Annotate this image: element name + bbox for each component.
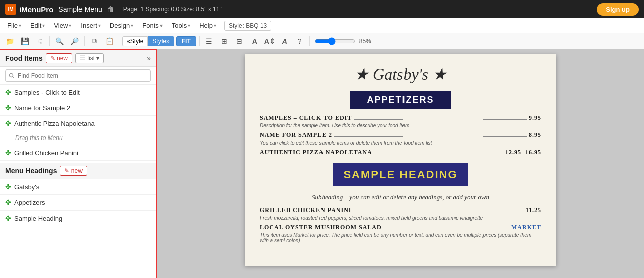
menu-headings-header: Menu Headings ✎ new [0, 163, 156, 179]
menu-item-name-salad: LOCAL OYSTER MUSHROOM SALAD Market [260, 224, 541, 231]
food-item-samples[interactable]: ✤ Samples - Click to Edit [0, 85, 156, 100]
toolbar: 📁 💾 🖨 🔍 🔎 ⧉ 📋 «Style Style» FIT ☰ ⊞ ⊟ A … [0, 33, 644, 49]
heading-icon-1: ✤ [5, 183, 11, 191]
style-tabs: «Style Style» [122, 36, 174, 46]
menu-row-sample2: NAME FOR SAMPLE 2 8.95 You can click to … [260, 131, 541, 146]
menu-file[interactable]: File ▾ [3, 20, 25, 31]
food-item-panini[interactable]: ✤ Grilled Chicken Panini [0, 145, 156, 161]
search-input[interactable] [5, 70, 151, 82]
open-folder-button[interactable]: 📁 [3, 35, 16, 48]
canvas-area: ★ Gatsby's ★ APPETIZERS SAMPLES – CLICK … [157, 49, 644, 278]
sample-heading: SAMPLE HEADING [333, 163, 467, 186]
dots-3 [374, 154, 503, 154]
food-item-label-2: Name for Sample 2 [14, 104, 70, 112]
search-bar [0, 67, 156, 85]
food-item-sample2[interactable]: ✤ Name for Sample 2 [0, 100, 156, 116]
menu-design[interactable]: Design ▾ [106, 20, 137, 31]
food-item-icon-4: ✤ [5, 149, 11, 157]
menu-edit[interactable]: Edit ▾ [26, 20, 49, 31]
menu-item-name-panini: GRILLED CHICKEN PANINI 11.25 [260, 206, 541, 214]
top-bar: iM iMenuPro Sample Menu 🗑 Page: 1 Spacin… [0, 0, 644, 18]
text-fit-button[interactable]: A⇕ [263, 35, 276, 48]
zoom-out-button[interactable]: 🔍 [53, 35, 66, 48]
menu-page: ★ Gatsby's ★ APPETIZERS SAMPLES – CLICK … [245, 54, 556, 266]
menu-row-pizza: AUTHENTIC PIZZA NAPOLETANA 12.95 16.95 [260, 149, 541, 156]
toolbar-separator-4 [199, 36, 200, 46]
toolbar-separator-5 [309, 36, 310, 46]
tools-arrow: ▾ [188, 23, 190, 28]
desc-panini: Fresh mozzarella, roasted red peppers, s… [260, 215, 541, 221]
menu-row-salad: LOCAL OYSTER MUSHROOM SALAD Market This … [260, 224, 541, 243]
menu-help[interactable]: Help ▾ [195, 20, 220, 31]
desc-samples: Description for the sample item. Use thi… [260, 123, 541, 128]
zoom-percent: 85% [359, 38, 371, 45]
align-button[interactable]: ⊟ [233, 35, 246, 48]
text-size-button[interactable]: A [248, 35, 261, 48]
food-item-label-4: Grilled Chicken Panini [14, 149, 78, 157]
food-item-icon-3: ✤ [5, 119, 11, 127]
save-button[interactable]: 💾 [18, 35, 31, 48]
menu-fonts[interactable]: Fonts ▾ [138, 20, 167, 31]
signup-button[interactable]: Sign up [597, 3, 639, 16]
grid-view-button[interactable]: ⊞ [218, 35, 231, 48]
edit-arrow: ▾ [42, 23, 45, 28]
logo-text: iMenuPro [19, 5, 53, 14]
heading-item-appetizers[interactable]: ✤ Appetizers [0, 195, 156, 211]
page-info: Page: 1 Spacing: 0.0 Size: 8.5" x 11" [123, 6, 222, 13]
zoom-in-button[interactable]: 🔎 [68, 35, 81, 48]
dots-2 [334, 136, 527, 137]
list-view-food-button[interactable]: ☰ list ▾ [75, 53, 104, 63]
zoom-slider[interactable] [315, 37, 355, 45]
view-arrow: ▾ [69, 23, 71, 28]
food-items-title: Food Items [5, 54, 43, 62]
logo: iM iMenuPro [5, 4, 53, 15]
heading-item-sample[interactable]: ✤ Sample Heading [0, 211, 156, 226]
food-item-label-3: Authentic Pizza Napoletana [14, 120, 95, 127]
menu-item-name-samples: SAMPLES – CLICK TO EDIT 9.95 [260, 114, 541, 122]
print-button[interactable]: 🖨 [33, 35, 46, 48]
heading-label-1: Gatsby's [14, 183, 39, 191]
appetizers-heading: APPETIZERS [350, 91, 451, 109]
menu-tools[interactable]: Tools ▾ [168, 20, 194, 31]
dots-5 [384, 229, 509, 229]
heading-item-gatsbys[interactable]: ✤ Gatsby's [0, 179, 156, 195]
help-icon-button[interactable]: ? [293, 35, 306, 48]
new-heading-button[interactable]: ✎ new [60, 166, 87, 176]
dots-1 [354, 119, 527, 120]
drag-hint: Drag this to Menu [0, 131, 156, 145]
fonts-arrow: ▾ [160, 23, 163, 28]
price-samples: 9.95 [529, 114, 541, 122]
heading-icon-3: ✤ [5, 214, 11, 222]
main-area: Food Items ✎ new ☰ list ▾ » ✤ Samples - … [0, 49, 644, 278]
heading-label-3: Sample Heading [14, 215, 62, 222]
fit-button[interactable]: FIT [176, 36, 196, 46]
menu-row-panini: GRILLED CHICKEN PANINI 11.25 Fresh mozza… [260, 206, 541, 221]
menu-insert[interactable]: Insert ▾ [76, 20, 105, 31]
menu-headings-title: Menu Headings [5, 167, 57, 175]
more-options-button[interactable]: » [147, 54, 151, 62]
heading-label-2: Appetizers [14, 199, 45, 206]
menu-title: ★ Gatsby's ★ [260, 64, 541, 84]
list-view-button[interactable]: ☰ [203, 35, 216, 48]
style-badge: Style: BBQ 13 [224, 21, 271, 31]
help-arrow: ▾ [214, 23, 216, 28]
menu-name[interactable]: Sample Menu [58, 5, 102, 13]
style-right-tab[interactable]: Style» [148, 36, 174, 46]
appetizers-heading-container: APPETIZERS [260, 91, 541, 109]
file-arrow: ▾ [19, 23, 21, 28]
price-pizza-1: 12.95 [505, 149, 521, 156]
new-food-item-button[interactable]: ✎ new [46, 53, 72, 63]
trash-icon[interactable]: 🗑 [107, 5, 114, 13]
menu-bar: File ▾ Edit ▾ View ▾ Insert ▾ Design ▾ F… [0, 18, 644, 33]
heading-icon-2: ✤ [5, 198, 11, 206]
copy-button[interactable]: ⧉ [88, 35, 101, 48]
paste-button[interactable]: 📋 [103, 35, 116, 48]
dots-4 [353, 212, 523, 212]
insert-arrow: ▾ [98, 23, 101, 28]
sample-heading-container: SAMPLE HEADING [260, 163, 541, 186]
menu-view[interactable]: View ▾ [50, 20, 75, 31]
food-item-pizza[interactable]: ✤ Authentic Pizza Napoletana [0, 116, 156, 131]
food-item-label-1: Samples - Click to Edit [14, 89, 80, 96]
text-style-button[interactable]: A [278, 35, 291, 48]
style-left-tab[interactable]: «Style [122, 36, 148, 46]
